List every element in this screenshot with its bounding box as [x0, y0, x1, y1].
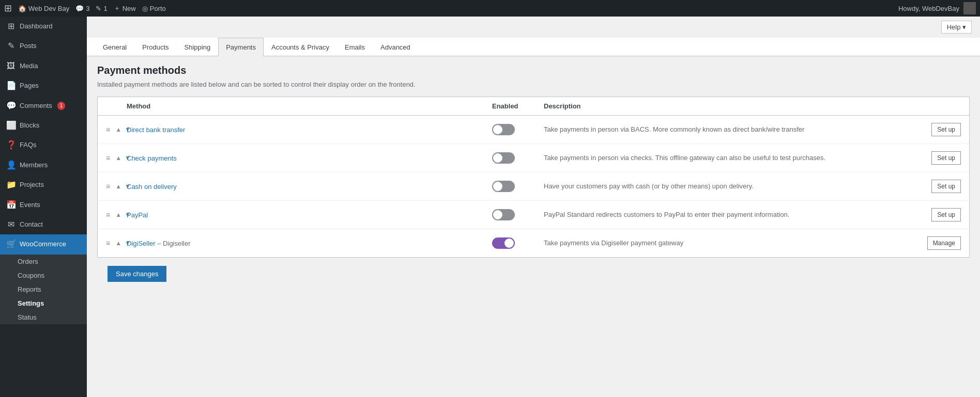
- sidebar-item-members[interactable]: 👤 Members: [0, 155, 87, 175]
- circle-icon: ◎: [142, 5, 148, 12]
- user-avatar[interactable]: [963, 2, 976, 14]
- tabs-container: General Products Shipping Payments Accou…: [87, 38, 980, 56]
- digiseller-toggle[interactable]: [492, 237, 515, 249]
- sidebar-item-settings[interactable]: Settings: [0, 296, 87, 310]
- cod-setup-button[interactable]: Set up: [931, 180, 961, 193]
- cash-on-delivery-link[interactable]: Cash on delivery: [127, 183, 177, 190]
- table-row: ≡ ▲ ▼ DigiSeller – Digiseller Take payme…: [98, 229, 969, 257]
- drag-handle-icon[interactable]: ≡: [106, 182, 110, 190]
- row-controls-digiseller: ≡ ▲ ▼: [106, 239, 127, 247]
- sidebar-item-woocommerce[interactable]: 🛒 WooCommerce: [0, 234, 87, 254]
- check-payments-toggle[interactable]: [492, 152, 515, 164]
- cod-toggle[interactable]: [492, 181, 515, 192]
- user-greeting: Howdy, WebDevBay: [898, 2, 976, 14]
- projects-icon: 📁: [6, 179, 16, 190]
- sidebar-item-status[interactable]: Status: [0, 310, 87, 324]
- method-name-check: Check payments: [127, 154, 492, 162]
- paypal-description: PayPal Standard redirects customers to P…: [544, 210, 909, 220]
- new-content-button[interactable]: ＋ New: [114, 4, 136, 13]
- sidebar-item-pages[interactable]: 📄 Pages: [0, 76, 87, 96]
- move-up-button[interactable]: ▲: [114, 126, 122, 133]
- sidebar-item-blocks[interactable]: ⬜ Blocks: [0, 116, 87, 135]
- move-up-button[interactable]: ▲: [114, 154, 122, 162]
- porto-link[interactable]: ◎ Porto: [142, 5, 166, 12]
- drag-handle-icon[interactable]: ≡: [106, 154, 110, 162]
- faqs-icon: ❓: [6, 139, 16, 151]
- tab-accounts-privacy[interactable]: Accounts & Privacy: [264, 38, 337, 56]
- tab-general[interactable]: General: [95, 38, 134, 56]
- sidebar-item-reports[interactable]: Reports: [0, 282, 87, 296]
- home-icon: 🏠: [18, 5, 26, 12]
- sidebar-item-contact[interactable]: ✉ Contact: [0, 215, 87, 234]
- comments-badge: 1: [57, 102, 66, 110]
- toggle-container-paypal: [492, 209, 544, 220]
- move-up-button[interactable]: ▲: [114, 211, 122, 218]
- tab-products[interactable]: Products: [134, 38, 176, 56]
- move-up-button[interactable]: ▲: [114, 240, 122, 247]
- sidebar-item-events[interactable]: 📅 Events: [0, 195, 87, 215]
- direct-bank-description: Take payments in person via BACS. More c…: [544, 124, 909, 135]
- content-area: Help ▾ General Products Shipping Payment…: [87, 17, 980, 397]
- site-link[interactable]: 🏠 Web Dev Bay: [18, 5, 69, 12]
- cod-action: Set up: [909, 180, 961, 193]
- method-name-cod: Cash on delivery: [127, 183, 492, 190]
- check-action: Set up: [909, 151, 961, 165]
- direct-bank-toggle[interactable]: [492, 124, 515, 135]
- sidebar-item-dashboard[interactable]: ⊞ Dashboard: [0, 17, 87, 36]
- check-payments-link[interactable]: Check payments: [127, 154, 177, 162]
- toggle-container-check: [492, 152, 544, 164]
- row-controls-paypal: ≡ ▲ ▼: [106, 211, 127, 219]
- sidebar-item-posts[interactable]: ✎ Posts: [0, 36, 87, 56]
- tab-payments[interactable]: Payments: [218, 38, 264, 56]
- tab-emails[interactable]: Emails: [337, 38, 373, 56]
- drag-handle-icon[interactable]: ≡: [106, 211, 110, 219]
- wp-logo-icon[interactable]: ⊞: [4, 3, 12, 14]
- comment-icon: ✎: [96, 5, 101, 12]
- page-content: Payment methods Installed payment method…: [87, 56, 980, 298]
- drag-handle-icon[interactable]: ≡: [106, 125, 110, 134]
- table-row: ≡ ▲ ▼ Cash on delivery Have your custome…: [98, 172, 969, 201]
- events-icon: 📅: [6, 199, 16, 211]
- comment-count-link[interactable]: ✎ 1: [96, 5, 107, 12]
- plus-icon: ＋: [114, 4, 120, 13]
- comments-link[interactable]: 💬 3: [75, 5, 89, 12]
- table-row: ≡ ▲ ▼ Direct bank transfer Take payments…: [98, 116, 969, 144]
- toggle-container-cod: [492, 181, 544, 192]
- digiseller-subtitle: – Digiseller: [157, 240, 190, 247]
- paypal-toggle[interactable]: [492, 209, 515, 220]
- header-description: Description: [544, 102, 909, 110]
- toggle-container-direct-bank: [492, 124, 544, 135]
- comment-bubble-icon: 💬: [75, 5, 84, 12]
- digiseller-manage-button[interactable]: Manage: [927, 236, 961, 250]
- paypal-link[interactable]: PayPal: [127, 211, 148, 219]
- table-row: ≡ ▲ ▼ Check payments Take payments in pe…: [98, 144, 969, 172]
- tab-shipping[interactable]: Shipping: [177, 38, 219, 56]
- paypal-setup-button[interactable]: Set up: [931, 208, 961, 221]
- header-actions: [909, 102, 961, 110]
- header-drag: [106, 102, 127, 110]
- drag-handle-icon[interactable]: ≡: [106, 239, 110, 247]
- digiseller-action: Manage: [909, 236, 961, 250]
- help-button[interactable]: Help ▾: [941, 21, 972, 34]
- cod-description: Have your customers pay with cash (or by…: [544, 181, 909, 192]
- digiseller-description: Take payments via Digiseller payment gat…: [544, 238, 909, 248]
- sidebar-item-comments[interactable]: 💬 Comments 1: [0, 96, 87, 116]
- sidebar-item-media[interactable]: 🖼 Media: [0, 56, 87, 76]
- page-subtitle: Installed payment methods are listed bel…: [97, 81, 970, 88]
- sidebar-item-projects[interactable]: 📁 Projects: [0, 175, 87, 195]
- direct-bank-setup-button[interactable]: Set up: [931, 123, 961, 136]
- save-changes-button[interactable]: Save changes: [108, 266, 166, 282]
- sidebar-item-orders[interactable]: Orders: [0, 255, 87, 268]
- page-title: Payment methods: [97, 65, 970, 76]
- tab-advanced[interactable]: Advanced: [373, 38, 418, 56]
- sidebar-item-faqs[interactable]: ❓ FAQs: [0, 135, 87, 155]
- direct-bank-link[interactable]: Direct bank transfer: [127, 126, 185, 134]
- move-up-button[interactable]: ▲: [114, 183, 122, 190]
- contact-icon: ✉: [6, 219, 16, 230]
- check-setup-button[interactable]: Set up: [931, 151, 961, 165]
- sidebar-item-coupons[interactable]: Coupons: [0, 268, 87, 282]
- table-header: Method Enabled Description: [98, 97, 969, 116]
- dashboard-icon: ⊞: [6, 21, 16, 32]
- comments-icon: 💬: [6, 100, 16, 112]
- digiseller-link[interactable]: DigiSeller: [127, 240, 156, 247]
